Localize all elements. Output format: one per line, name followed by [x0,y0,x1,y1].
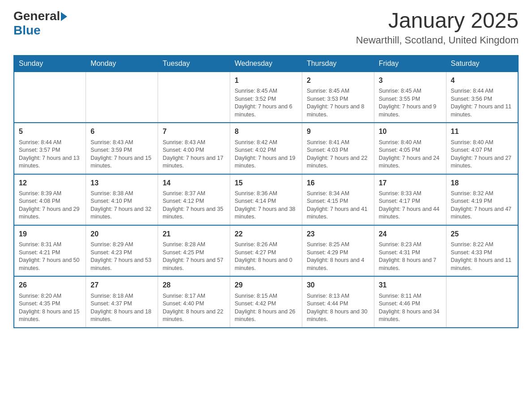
day-info-text: Daylight: 7 hours and 38 minutes. [235,206,297,221]
day-info-text: Sunset: 4:46 PM [379,300,442,308]
day-number: 3 [379,76,442,86]
day-info-text: Sunset: 3:55 PM [379,95,442,103]
day-info-text: Sunset: 4:03 PM [307,146,369,154]
day-info-text: Sunrise: 8:22 AM [451,241,513,249]
day-info-text: Sunrise: 8:41 AM [307,139,369,147]
month-title: January 2025 [356,9,519,33]
day-info-text: Sunset: 3:56 PM [451,95,513,103]
calendar-day-1: 1Sunrise: 8:45 AMSunset: 3:52 PMDaylight… [230,72,302,123]
day-number: 10 [379,127,442,137]
calendar-day-22: 22Sunrise: 8:26 AMSunset: 4:27 PMDayligh… [230,225,302,276]
day-number: 22 [235,229,297,239]
calendar-day-21: 21Sunrise: 8:28 AMSunset: 4:25 PMDayligh… [158,225,230,276]
logo: General Blue [13,9,67,38]
day-info-text: Sunset: 4:08 PM [19,197,81,206]
calendar-day-7: 7Sunrise: 8:43 AMSunset: 4:00 PMDaylight… [158,123,230,174]
day-info-text: Sunrise: 8:33 AM [379,190,442,198]
day-info-text: Daylight: 8 hours and 0 minutes. [235,257,297,272]
day-info-text: Sunset: 4:19 PM [451,197,513,206]
day-info-text: Sunrise: 8:44 AM [19,139,81,147]
day-number: 8 [235,127,297,137]
calendar-day-12: 12Sunrise: 8:39 AMSunset: 4:08 PMDayligh… [14,174,86,225]
day-number: 18 [451,178,513,188]
calendar-day-4: 4Sunrise: 8:44 AMSunset: 3:56 PMDaylight… [446,72,518,123]
day-info-text: Sunrise: 8:45 AM [307,87,369,95]
day-info-text: Sunrise: 8:20 AM [19,292,81,300]
day-number: 13 [90,178,153,188]
calendar-day-24: 24Sunrise: 8:23 AMSunset: 4:31 PMDayligh… [374,225,446,276]
day-info-text: Daylight: 7 hours and 11 minutes. [451,103,513,119]
calendar-day-18: 18Sunrise: 8:32 AMSunset: 4:19 PMDayligh… [446,174,518,225]
day-info-text: Sunset: 4:00 PM [163,146,225,154]
day-info-text: Daylight: 7 hours and 13 minutes. [19,154,81,170]
calendar-day-3: 3Sunrise: 8:45 AMSunset: 3:55 PMDaylight… [374,72,446,123]
day-info-text: Sunrise: 8:29 AM [90,241,153,249]
day-info-text: Sunrise: 8:38 AM [90,190,153,198]
day-info-text: Sunrise: 8:23 AM [379,241,442,249]
day-info-text: Sunrise: 8:32 AM [451,190,513,198]
calendar-day-17: 17Sunrise: 8:33 AMSunset: 4:17 PMDayligh… [374,174,446,225]
day-info-text: Sunrise: 8:40 AM [451,139,513,147]
day-info-text: Daylight: 8 hours and 34 minutes. [379,308,442,324]
day-info-text: Sunset: 4:35 PM [19,300,81,308]
weekday-header-wednesday: Wednesday [230,56,302,72]
day-number: 4 [451,76,513,86]
day-info-text: Daylight: 7 hours and 27 minutes. [451,154,513,170]
day-info-text: Sunrise: 8:43 AM [90,139,153,147]
logo-blue-text: Blue [13,23,41,37]
day-info-text: Sunset: 4:15 PM [307,197,369,206]
day-info-text: Sunset: 4:25 PM [163,249,225,257]
location-title: Newarthill, Scotland, United Kingdom [356,34,519,46]
day-number: 26 [19,280,81,290]
day-number: 1 [235,76,297,86]
day-number: 14 [163,178,225,188]
day-info-text: Sunset: 4:31 PM [379,249,442,257]
day-info-text: Sunset: 4:40 PM [163,300,225,308]
calendar-day-11: 11Sunrise: 8:40 AMSunset: 4:07 PMDayligh… [446,123,518,174]
day-info-text: Sunrise: 8:25 AM [307,241,369,249]
calendar-week-row: 1Sunrise: 8:45 AMSunset: 3:52 PMDaylight… [14,72,518,123]
day-number: 29 [235,280,297,290]
day-info-text: Daylight: 7 hours and 50 minutes. [19,257,81,272]
day-info-text: Sunrise: 8:43 AM [163,139,225,147]
calendar-day-26: 26Sunrise: 8:20 AMSunset: 4:35 PMDayligh… [14,276,86,327]
calendar-day-16: 16Sunrise: 8:34 AMSunset: 4:15 PMDayligh… [302,174,374,225]
calendar-day-10: 10Sunrise: 8:40 AMSunset: 4:05 PMDayligh… [374,123,446,174]
day-info-text: Sunrise: 8:39 AM [19,190,81,198]
day-info-text: Daylight: 7 hours and 17 minutes. [163,154,225,170]
calendar-day-15: 15Sunrise: 8:36 AMSunset: 4:14 PMDayligh… [230,174,302,225]
day-info-text: Daylight: 7 hours and 44 minutes. [379,206,442,221]
day-info-text: Sunset: 3:53 PM [307,95,369,103]
calendar-empty-cell [446,276,518,327]
day-info-text: Sunset: 4:29 PM [307,249,369,257]
day-info-text: Daylight: 8 hours and 11 minutes. [451,257,513,272]
calendar-day-25: 25Sunrise: 8:22 AMSunset: 4:33 PMDayligh… [446,225,518,276]
day-number: 24 [379,229,442,239]
calendar-day-30: 30Sunrise: 8:13 AMSunset: 4:44 PMDayligh… [302,276,374,327]
calendar-week-row: 12Sunrise: 8:39 AMSunset: 4:08 PMDayligh… [14,174,518,225]
day-info-text: Sunset: 3:57 PM [19,146,81,154]
day-info-text: Daylight: 7 hours and 57 minutes. [163,257,225,272]
calendar-day-31: 31Sunrise: 8:11 AMSunset: 4:46 PMDayligh… [374,276,446,327]
day-info-text: Sunrise: 8:45 AM [235,87,297,95]
day-number: 31 [379,280,442,290]
day-info-text: Sunset: 4:37 PM [90,300,153,308]
day-info-text: Sunset: 4:27 PM [235,249,297,257]
day-info-text: Daylight: 8 hours and 22 minutes. [163,308,225,324]
weekday-header-monday: Monday [86,56,158,72]
day-number: 23 [307,229,369,239]
weekday-header-tuesday: Tuesday [158,56,230,72]
calendar-day-5: 5Sunrise: 8:44 AMSunset: 3:57 PMDaylight… [14,123,86,174]
calendar-empty-cell [158,72,230,123]
day-number: 19 [19,229,81,239]
day-info-text: Sunset: 3:59 PM [90,146,153,154]
day-info-text: Sunrise: 8:31 AM [19,241,81,249]
day-number: 17 [379,178,442,188]
calendar-day-2: 2Sunrise: 8:45 AMSunset: 3:53 PMDaylight… [302,72,374,123]
calendar-empty-cell [86,72,158,123]
day-info-text: Sunset: 4:02 PM [235,146,297,154]
day-info-text: Sunrise: 8:17 AM [163,292,225,300]
weekday-header-row: SundayMondayTuesdayWednesdayThursdayFrid… [14,56,518,72]
page-header: General Blue January 2025 Newarthill, Sc… [13,9,519,46]
day-info-text: Daylight: 8 hours and 15 minutes. [19,308,81,324]
